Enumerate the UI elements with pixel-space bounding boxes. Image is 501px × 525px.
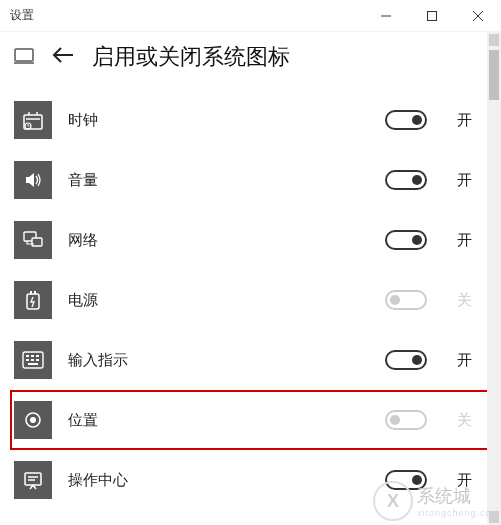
row-label: 电源: [68, 291, 369, 310]
toggle-state-label: 关: [457, 411, 481, 430]
svg-rect-16: [28, 363, 38, 365]
svg-rect-7: [30, 291, 32, 294]
row-clock: 时钟开: [14, 90, 481, 150]
vertical-scrollbar[interactable]: [487, 32, 501, 525]
svg-rect-12: [36, 355, 39, 357]
ime-icon: [14, 341, 52, 379]
toggle-state-label: 开: [457, 471, 481, 490]
system-icons-list: 时钟开音量开网络开电源关输入指示开位置关操作中心开: [0, 90, 501, 510]
action-toggle[interactable]: [385, 470, 427, 490]
svg-rect-8: [34, 291, 36, 294]
row-ime: 输入指示开: [14, 330, 481, 390]
scrollbar-thumb[interactable]: [489, 50, 499, 100]
minimize-button[interactable]: [363, 0, 409, 31]
svg-rect-13: [26, 359, 29, 361]
svg-point-18: [30, 417, 36, 423]
close-button[interactable]: [455, 0, 501, 31]
window-controls: [363, 0, 501, 31]
toggle-state-label: 开: [457, 171, 481, 190]
row-location: 位置关: [10, 390, 495, 450]
action-icon: [14, 461, 52, 499]
row-label: 位置: [68, 411, 369, 430]
svg-rect-0: [428, 11, 437, 20]
titlebar: 设置: [0, 0, 501, 32]
row-label: 网络: [68, 231, 369, 250]
row-label: 操作中心: [68, 471, 369, 490]
svg-rect-11: [31, 355, 34, 357]
window-title: 设置: [10, 7, 34, 24]
toggle-state-label: 开: [457, 111, 481, 130]
toggle-state-label: 开: [457, 231, 481, 250]
svg-rect-5: [32, 238, 42, 246]
row-label: 音量: [68, 171, 369, 190]
maximize-button[interactable]: [409, 0, 455, 31]
row-power: 电源关: [14, 270, 481, 330]
power-icon: [14, 281, 52, 319]
location-icon: [14, 401, 52, 439]
ime-toggle[interactable]: [385, 350, 427, 370]
svg-rect-2: [24, 115, 42, 129]
toggle-state-label: 关: [457, 291, 481, 310]
back-button[interactable]: [52, 46, 74, 69]
svg-rect-10: [26, 355, 29, 357]
page-title: 启用或关闭系统图标: [92, 42, 290, 72]
row-action: 操作中心开: [14, 450, 481, 510]
svg-rect-15: [36, 359, 39, 361]
row-label: 输入指示: [68, 351, 369, 370]
volume-icon: [14, 161, 52, 199]
network-toggle[interactable]: [385, 230, 427, 250]
device-icon: [14, 48, 34, 67]
toggle-state-label: 开: [457, 351, 481, 370]
clock-toggle[interactable]: [385, 110, 427, 130]
svg-rect-19: [25, 473, 41, 485]
volume-toggle[interactable]: [385, 170, 427, 190]
network-icon: [14, 221, 52, 259]
svg-rect-14: [31, 359, 34, 361]
row-network: 网络开: [14, 210, 481, 270]
svg-rect-1: [15, 49, 33, 61]
location-toggle: [385, 410, 427, 430]
row-label: 时钟: [68, 111, 369, 130]
page-header: 启用或关闭系统图标: [0, 32, 501, 90]
power-toggle: [385, 290, 427, 310]
row-volume: 音量开: [14, 150, 481, 210]
clock-icon: [14, 101, 52, 139]
